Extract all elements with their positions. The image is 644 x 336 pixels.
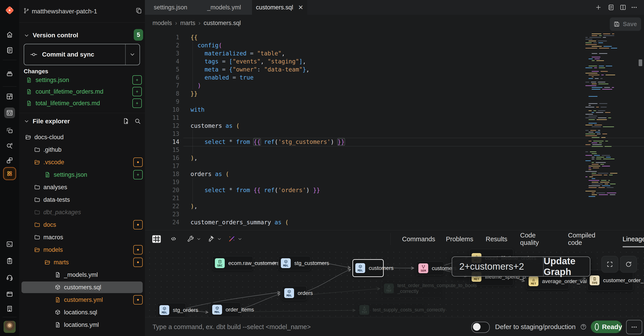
lineage-node-customers-sem[interactable]: SEMcustomers [416,261,444,275]
tree-item-_models.yml[interactable]: _models.yml [19,269,145,281]
insights-icon[interactable] [6,142,13,149]
clipboard-icon[interactable] [6,257,13,265]
help-circle-icon[interactable] [580,324,587,330]
chevron-down-icon[interactable] [24,33,30,38]
new-file-icon[interactable] [122,118,129,124]
panel-tab-commands[interactable]: Commands [402,230,433,248]
format-chevron-icon[interactable] [217,237,222,242]
lineage-node-stg_customers[interactable]: MDLstg_customers [278,256,310,270]
panel-tab-results[interactable]: Results [486,230,508,248]
ide-editor-icon[interactable] [6,109,13,116]
minimap[interactable] [586,33,620,200]
compile-code-icon[interactable] [170,235,177,242]
lineage-selector-input[interactable]: 2+customers+2 [452,257,543,276]
lineage-node-stg_orders[interactable]: MDLstg_orders [157,303,186,317]
refresh-graph-button[interactable] [620,256,637,273]
user-avatar[interactable] [4,321,16,333]
tree-item-customers.sql[interactable]: customers.sql [19,281,145,294]
commit-and-sync-button[interactable]: Commit and sync [24,44,140,65]
terminal-icon[interactable] [6,241,13,248]
file-explorer-title[interactable]: File explorer [33,118,70,125]
lineage-node-order_items[interactable]: MDLorder_items [210,303,241,317]
lineage-node-test_supply_costs[interactable]: TSTtest_supply_costs_sum_correctly [357,303,425,317]
ready-status-badge[interactable]: Ready [591,321,622,333]
organization-icon[interactable] [6,305,13,312]
copy-branch-icon[interactable] [136,7,142,14]
notebook-icon[interactable] [6,47,13,54]
tree-item-docs[interactable]: docs [19,219,145,231]
build-chevron-icon[interactable] [196,237,201,242]
dashboard-grid-icon[interactable] [6,93,13,100]
changed-file-row[interactable]: settings.json [19,75,145,85]
tree-item-.github[interactable]: .github [19,143,145,156]
search-icon[interactable] [134,118,141,124]
split-editor-icon[interactable] [620,4,626,11]
format-broom-icon[interactable] [208,235,215,242]
minimap-line [594,125,602,125]
code-editor[interactable]: 1{{2 config(3 materialized = "table",4 t… [145,31,644,230]
code-token: = [229,74,240,81]
editor-tab-_models.yml[interactable]: _models.yml [196,0,252,15]
build-wrench-icon[interactable] [187,235,194,242]
version-control-title[interactable]: Version control [33,32,78,39]
defer-toggle[interactable] [471,322,490,333]
copilot-wand-icon[interactable] [228,235,235,242]
command-input[interactable]: Type a command, ex. dbt build --select <… [152,318,443,336]
canvas-icon[interactable] [6,127,13,134]
changed-file-row[interactable]: count_lifetime_orders.md [19,86,145,97]
tree-item-.vscode[interactable]: .vscode [19,156,145,168]
preview-table-icon[interactable] [151,234,162,244]
branch-name[interactable]: matthewshaver-patch-1 [32,8,97,15]
home-icon[interactable] [6,31,13,38]
tree-item-customers.yml[interactable]: customers.yml [19,294,145,306]
tree-item-locations.yml[interactable]: locations.yml [19,319,145,331]
changed-file-row[interactable]: total_lifetime_orders.md [19,98,145,109]
tree-item-marts[interactable]: marts [19,256,145,269]
tree-item-locations.sql[interactable]: locations.sql [19,306,145,319]
stage-file-plus-icon[interactable] [132,98,142,108]
close-tab-icon[interactable]: ✕ [298,4,303,11]
breadcrumb-item[interactable]: marts [180,20,196,26]
stage-file-plus-icon[interactable] [132,87,142,96]
new-tab-plus-icon[interactable] [595,4,602,11]
browser-icon[interactable] [6,291,13,298]
fullscreen-button[interactable] [602,256,618,273]
editor-tab-settings.json[interactable]: settings.json [145,0,196,15]
stage-file-plus-icon[interactable] [132,75,142,85]
chevron-down-icon[interactable] [24,118,30,124]
tree-item-dbt_packages[interactable]: dbt_packages [19,206,145,219]
status-more-button[interactable] [626,320,642,334]
panel-tab-problems[interactable]: Problems [446,230,473,248]
tree-item-settings.json[interactable]: settings.json [19,168,145,181]
lineage-node-customer_order_metrics[interactable]: SVQcustomer_order_metrics [587,270,633,291]
editor-tab-customers.sql[interactable]: customers.sql✕ [252,0,307,15]
support-headset-icon[interactable] [6,274,13,281]
panel-tab-code-quality[interactable]: Code quality [520,230,556,248]
stage-file-plus-icon[interactable] [133,170,143,179]
commit-dropdown-chevron-icon[interactable] [129,51,136,58]
breadcrumb-item[interactable]: customers.sql [204,20,241,26]
dbt-logo-icon[interactable] [5,6,14,15]
update-graph-button[interactable]: Update Graph [544,257,590,276]
tree-item-analyses[interactable]: analyses [19,181,145,193]
lineage-graph[interactable]: SRCecom.raw_customersMDLstg_customersMDL… [145,248,644,317]
tree-item-models[interactable]: models [19,244,145,256]
breadcrumb-item[interactable]: models [152,20,172,26]
catalog-atom-icon[interactable] [6,170,13,177]
windows-icon[interactable] [6,157,13,164]
archive-icon[interactable] [6,70,13,77]
editor-scrollbar-thumb[interactable] [639,59,642,66]
copilot-chevron-icon[interactable] [238,237,242,242]
lineage-node-ecom.raw_customers[interactable]: SRCecom.raw_customers [212,256,253,270]
panel-tab-lineage[interactable]: Lineage [622,230,644,248]
notebook-panel-icon[interactable] [608,4,614,11]
panel-tab-compiled-code[interactable]: Compiled code [568,230,610,248]
save-button[interactable]: Save [610,17,641,31]
tree-item-macros[interactable]: macros [19,231,145,244]
tree-item-data-tests[interactable]: data-tests [19,193,145,206]
lineage-node-test_order_items[interactable]: TSTtest_order_items_compute_to_bools_cor… [382,279,443,298]
tree-item-docs-cloud[interactable]: docs-cloud [19,131,145,143]
lineage-node-orders[interactable]: MDLorders [282,286,307,300]
more-options-icon[interactable] [631,4,638,11]
lineage-node-customers[interactable]: MDLcustomers [352,259,384,277]
